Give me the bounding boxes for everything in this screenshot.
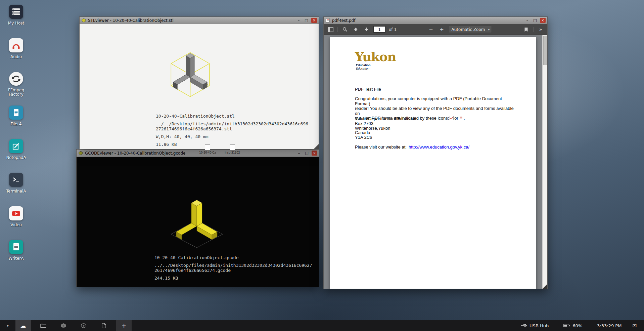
desktop-icon-video[interactable]: Video [2, 206, 30, 231]
recycle-arrows-icon [9, 72, 23, 86]
desktop-icon-label: WriterA [9, 256, 24, 261]
battery-status[interactable]: 60% [563, 323, 582, 328]
resize-grip[interactable] [314, 144, 319, 149]
sidebar-toggle-icon[interactable] [327, 26, 334, 33]
gcode-filepath: ../../Desktop/files/admin/inith31302d323… [154, 263, 313, 273]
gcode-app-icon [78, 151, 83, 156]
desktop-icon-label: Audio [10, 55, 22, 59]
desktop-icon-label: My Host [8, 21, 25, 26]
bookmark-icon[interactable] [522, 26, 530, 33]
cloud-icon: ☁ [20, 322, 26, 329]
writer-document-icon [9, 240, 23, 254]
video-player-icon [9, 206, 23, 220]
desktop-icon-audio[interactable]: Audio [2, 38, 30, 63]
folder-icon [40, 323, 46, 328]
computer-icon [9, 5, 23, 19]
desktop-icon-notepada[interactable]: NotepadA [2, 139, 30, 164]
website-label: Please visit our website at: [355, 144, 407, 150]
address-line: Y1A 2C6 [355, 135, 417, 140]
battery-icon [563, 324, 570, 328]
address-line: Yukon Department of Education [355, 117, 417, 121]
pdf-doc-address: Yukon Department of Education Box 2703 W… [355, 117, 417, 140]
taskbar-right-section: USB Hub 60% 3:33:29 PM ✉ [511, 320, 644, 331]
taskbar-expand-icon[interactable]: ▾ [0, 323, 15, 328]
desktop-icon-terminala[interactable]: TerminalA [2, 173, 30, 198]
pdf-toolbar: of 1 − + Automatic Zoom ▾ » [324, 24, 547, 35]
address-line: Canada [355, 130, 417, 135]
maximize-button[interactable]: □ [532, 18, 538, 23]
website-link[interactable]: http://www.education.gov.yk.ca/ [409, 144, 469, 150]
scrollbar[interactable] [542, 35, 547, 289]
resize-grip[interactable] [543, 284, 547, 289]
desktop-icon-column: My Host Audio FFmpeg Factory [2, 5, 30, 274]
usb-status[interactable]: USB Hub [521, 323, 549, 328]
maximize-button[interactable]: □ [304, 151, 310, 156]
desktop-icon-label: Video [10, 223, 22, 227]
stl-app-icon [81, 18, 86, 23]
close-button[interactable]: × [540, 18, 546, 23]
pdf-document-icon [102, 323, 106, 328]
close-button[interactable]: × [311, 18, 317, 23]
minimize-button[interactable]: – [296, 151, 302, 156]
paragraph-text: . [464, 116, 465, 121]
stl-file-info: 10-20-40-CalibrationObject.stl ../../Des… [156, 114, 310, 147]
zoom-in-icon[interactable]: + [438, 26, 446, 33]
taskbar-gcodeviewer-button[interactable] [76, 320, 91, 331]
taskbar-cloud-button[interactable]: ☁ [15, 320, 31, 331]
stl-filepath: ../../Desktop/files/admin/inith31302d323… [156, 121, 310, 131]
clock: 3:33:29 PM [597, 323, 622, 328]
gcode-3d-viewport[interactable]: 10-20-40-CalibrationObject.gcode ../../D… [77, 157, 319, 287]
stl-titlebar[interactable]: STLviewer - 10-20-40-CalibrationObject.s… [80, 17, 319, 24]
maximize-button[interactable]: □ [304, 18, 309, 23]
taskbar-files-button[interactable] [36, 320, 51, 331]
desktop-icon-my-host[interactable]: My Host [2, 5, 30, 30]
zoom-out-icon[interactable]: − [427, 26, 435, 33]
notepad-icon [9, 139, 23, 153]
pdf-form-icon [459, 116, 463, 120]
close-button[interactable]: × [312, 151, 317, 156]
address-line: Whitehorse,Yukon [355, 126, 417, 131]
file-thumbnail-label: insth31302 [225, 151, 240, 154]
desktop-icon-writera[interactable]: WriterA [2, 240, 30, 265]
gcode-cube-icon [81, 323, 86, 328]
gcode-3d-model [158, 195, 235, 250]
next-page-icon[interactable] [363, 26, 370, 33]
toolbar-separator [533, 27, 534, 32]
desktop-icon-filera[interactable]: FilerA [2, 106, 30, 130]
stl-3d-viewport[interactable]: 10-20-40-CalibrationObject.stl ../../Des… [80, 24, 319, 149]
stl-cube-icon [61, 323, 66, 328]
address-line: Box 2703 [355, 121, 417, 126]
stl-window-title: STLviewer - 10-20-40-CalibrationObject.s… [88, 18, 294, 23]
desktop-icon-ffmpeg-factory[interactable]: FFmpeg Factory [2, 72, 30, 97]
file-thumbnail[interactable]: insth31302 [222, 144, 242, 158]
yukon-logo-wordmark: Yukon [355, 50, 396, 64]
gcode-filesize: 244.15 KB [154, 276, 313, 281]
taskbar-add-button[interactable]: + [116, 320, 132, 331]
previous-page-icon[interactable] [352, 26, 359, 33]
mail-icon[interactable]: ✉ [632, 323, 637, 329]
taskbar-stlviewer-button[interactable] [56, 320, 71, 331]
file-thumbnail[interactable]: 10-20-40-Ca [197, 144, 218, 158]
pdf-viewer-window: pdf-test.pdf – □ × of 1 − + Automatic Zo… [323, 16, 548, 289]
minimize-button[interactable]: – [296, 18, 302, 23]
scrollbar-thumb[interactable] [543, 36, 547, 65]
pdf-viewport[interactable]: Yukon Education Éducation PDF Test File … [324, 35, 547, 289]
pdf-doc-heading: PDF Test File [355, 87, 381, 92]
search-icon[interactable] [341, 26, 349, 33]
toolbar-more-icon[interactable]: » [537, 26, 544, 33]
gcode-window-title: GCODEviewer - 10-20-40-CalibrationObject… [85, 151, 294, 156]
page-number-input[interactable] [373, 26, 385, 33]
desktop-icon-label: TerminalA [6, 189, 26, 194]
background-window-fragment: 10-20-40-Ca insth31302 [197, 144, 244, 158]
taskbar-pdfviewer-button[interactable] [96, 320, 111, 331]
toolbar-separator [337, 27, 338, 32]
pdf-window-title: pdf-test.pdf [332, 18, 522, 23]
zoom-level-select[interactable]: Automatic Zoom ▾ [449, 26, 492, 33]
pdf-app-icon [325, 18, 330, 23]
stl-filename: 10-20-40-CalibrationObject.stl [156, 114, 310, 119]
minimize-button[interactable]: – [524, 18, 530, 23]
pdf-titlebar[interactable]: pdf-test.pdf – □ × [324, 17, 547, 24]
file-manager-icon [9, 106, 23, 120]
usb-label: USB Hub [530, 323, 549, 328]
desktop-icon-label: FFmpeg Factory [2, 88, 30, 97]
